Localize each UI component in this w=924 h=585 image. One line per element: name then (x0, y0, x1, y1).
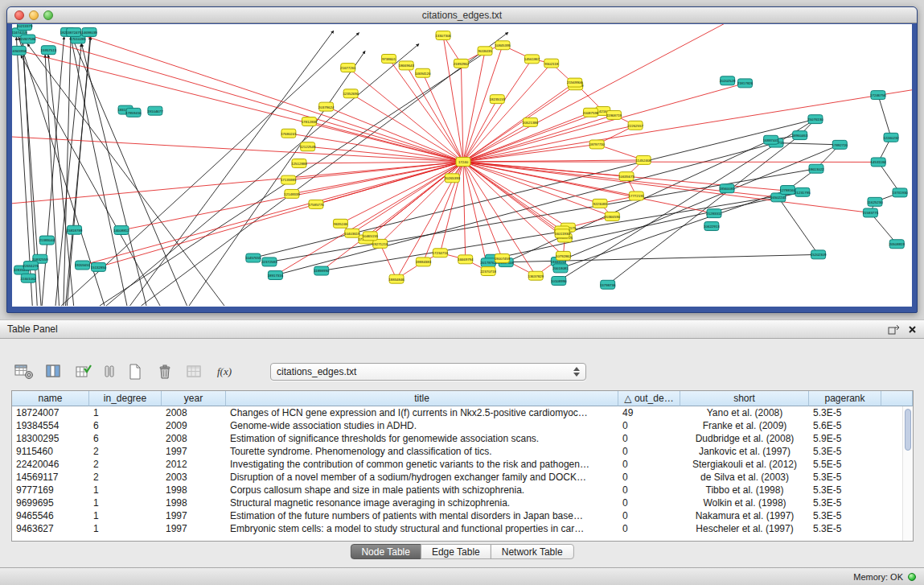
graph-node-teal[interactable]: 15132850 (91, 262, 107, 271)
graph-node-teal[interactable]: 20202528 (720, 76, 736, 85)
graph-edge[interactable] (463, 83, 745, 162)
graph-node-teal[interactable]: 20213379 (17, 24, 33, 31)
graph-node-yellow[interactable]: 13307306 (435, 31, 451, 40)
zoom-window-button[interactable] (43, 10, 53, 20)
graph-hub-node[interactable]: 17240 (456, 158, 470, 167)
graph-node-teal[interactable]: 10108990 (551, 277, 567, 286)
graph-edge[interactable] (463, 162, 563, 256)
graph-node-teal[interactable]: 18917316 (268, 271, 284, 280)
graph-node-yellow[interactable]: 17234716 (433, 249, 449, 257)
tab-edge-table[interactable]: Edge Table (421, 544, 491, 559)
close-panel-icon[interactable] (908, 325, 917, 334)
graph-edge[interactable] (74, 32, 463, 162)
graph-edge[interactable] (326, 107, 463, 162)
graph-node-teal[interactable]: 13872475 (66, 28, 82, 37)
graph-node-yellow[interactable]: 14694120 (415, 68, 431, 77)
graph-edge[interactable] (299, 162, 463, 163)
minimize-window-button[interactable] (29, 10, 39, 20)
table-row[interactable]: 2242004622012Investigating the contribut… (12, 458, 913, 471)
column-header-year[interactable]: year (162, 391, 226, 406)
graph-node-yellow[interactable]: 17585776 (308, 200, 324, 208)
graph-edge[interactable] (42, 37, 64, 306)
graph-node-teal[interactable]: 21231795 (795, 187, 811, 196)
graph-edge[interactable] (463, 64, 552, 162)
table-row[interactable]: 969969511998Structural magnetic resonanc… (12, 496, 913, 509)
graph-node-teal[interactable]: 21817826 (737, 79, 754, 88)
graph-edge[interactable] (275, 162, 463, 275)
graph-node-yellow[interactable]: 10792862 (556, 251, 572, 260)
graph-edge[interactable] (463, 99, 497, 162)
table-row[interactable]: 1456911722003Disruption of a novel membe… (12, 471, 913, 484)
graph-node-teal[interactable]: 13798736 (600, 280, 616, 289)
graph-node-teal[interactable]: 18613022 (808, 164, 824, 173)
column-header-short[interactable]: short (680, 391, 809, 406)
graph-node-teal[interactable]: 21583775 (863, 208, 879, 217)
delete-table-icon[interactable] (154, 361, 176, 382)
graph-node-yellow[interactable]: 19884383 (416, 257, 432, 266)
graph-node-yellow[interactable]: 18235155 (490, 95, 506, 104)
table-row[interactable]: 1830029562008Estimation of significance … (12, 432, 913, 445)
graph-node-teal[interactable]: 13731930 (892, 188, 908, 197)
graph-node-yellow[interactable]: 12352690 (343, 89, 359, 98)
graph-node-teal[interactable]: 20018081 (552, 264, 569, 273)
new-table-icon[interactable] (124, 361, 146, 382)
graph-edge[interactable] (380, 244, 396, 279)
table-row[interactable]: 946554611997Estimation of the future num… (12, 509, 913, 522)
graph-node-yellow[interactable]: 22262557 (627, 121, 643, 130)
graph-edge[interactable] (189, 51, 365, 306)
graph-node-teal[interactable]: 17859416 (125, 108, 142, 117)
graph-node-teal[interactable]: 16887441 (763, 135, 779, 144)
graph-node-yellow[interactable]: 11968719 (606, 110, 622, 119)
graph-node-yellow[interactable]: 9635246 (333, 219, 347, 228)
graph-node-teal[interactable]: 19205651 (75, 261, 91, 270)
graph-node-yellow[interactable]: 16669794 (458, 255, 474, 264)
graph-node-teal[interactable]: 15202309 (811, 250, 827, 259)
graph-node-yellow[interactable]: 9018435 (478, 47, 492, 56)
graph-node-teal[interactable]: 19104677 (147, 106, 163, 115)
graph-node-yellow[interactable]: 10465155 (363, 232, 379, 241)
graph-edge[interactable] (106, 44, 419, 306)
table-row[interactable]: 946362711997Embryonic stem cells: a mode… (12, 522, 913, 535)
table-mode-icon[interactable] (13, 361, 35, 382)
graph-node-teal[interactable]: 14531184 (871, 158, 887, 167)
graph-node-yellow[interactable]: 17135985 (281, 175, 297, 184)
graph-edge[interactable] (19, 32, 463, 162)
column-header-pagerank[interactable]: pagerank (809, 391, 881, 406)
tab-node-table[interactable]: Node Table (350, 544, 421, 559)
graph-node-yellow[interactable]: 9738601 (381, 54, 396, 63)
graph-node-teal[interactable]: 22401062 (21, 274, 37, 282)
float-panel-icon[interactable] (888, 324, 900, 335)
network-view[interactable]: 2247421920213379182657821701028513872475… (12, 24, 912, 307)
network-canvas[interactable]: 2247421920213379182657821701028513872475… (12, 24, 912, 307)
graph-edge[interactable] (488, 254, 818, 262)
window-titlebar[interactable]: citations_edges.txt (7, 7, 917, 23)
graph-node-teal[interactable]: 22372583 (261, 257, 277, 266)
graph-node-yellow[interactable]: 17680241 (281, 129, 297, 138)
graph-edge[interactable] (83, 162, 463, 265)
graph-node-yellow[interactable]: 12148339 (284, 189, 300, 198)
graph-node-teal[interactable]: 21383044 (39, 236, 55, 245)
graph-edge[interactable] (130, 31, 334, 306)
graph-node-teal[interactable]: 17892720 (832, 140, 848, 149)
new-column-icon[interactable] (72, 361, 95, 382)
graph-node-yellow[interactable]: 10845395 (495, 41, 511, 50)
graph-node-yellow[interactable]: 16011930 (554, 229, 570, 238)
graph-node-yellow[interactable]: 18797730 (589, 140, 605, 149)
graph-node-teal[interactable]: 11898990 (314, 266, 330, 275)
close-window-button[interactable] (14, 10, 24, 20)
table-row[interactable]: 1938455462009Genome-wide association stu… (12, 419, 913, 432)
graph-edge[interactable] (463, 162, 466, 259)
graph-node-teal[interactable]: 10457655 (245, 253, 261, 262)
scrollbar-thumb[interactable] (905, 409, 911, 451)
row-mode-icon[interactable] (102, 361, 117, 382)
table-row[interactable]: 1872400712008Changes of HCN gene express… (12, 406, 913, 419)
graph-node-yellow[interactable]: 20379624 (318, 102, 335, 111)
graph-node-yellow[interactable]: 20366590 (605, 212, 621, 220)
graph-edge[interactable] (340, 162, 463, 224)
import-table-icon[interactable] (183, 361, 206, 382)
graph-node-teal[interactable]: 11625230 (867, 197, 883, 206)
function-builder-icon[interactable]: f(x) (213, 361, 236, 382)
graph-node-yellow[interactable]: 17772191 (629, 192, 645, 200)
graph-edge[interactable] (463, 85, 576, 162)
column-header-out_degree[interactable]: △ out_de… (618, 391, 680, 406)
